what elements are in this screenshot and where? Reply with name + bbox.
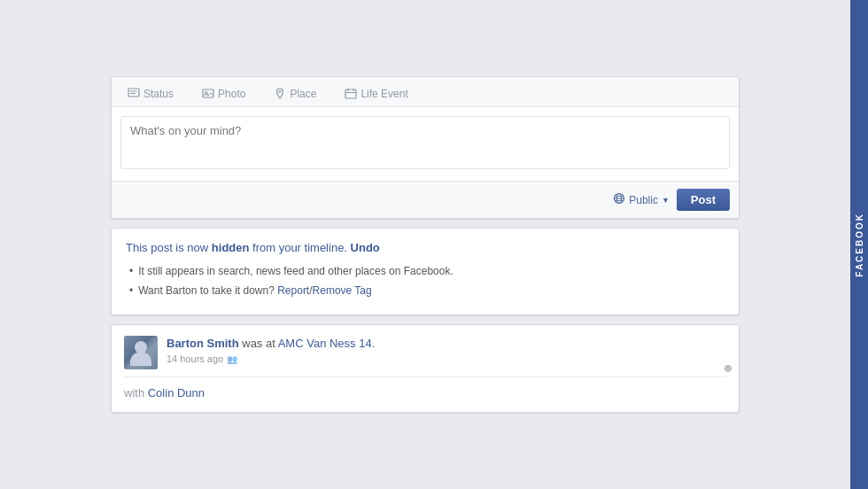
svg-rect-6 (345, 89, 356, 98)
post-meta: Barton Smith was at AMC Van Ness 14. 14 … (167, 336, 726, 364)
post-options-dot[interactable] (725, 365, 732, 372)
visibility-selector[interactable]: Public ▼ (613, 192, 670, 207)
composer-footer: Public ▼ Post (112, 181, 739, 218)
post-card: Barton Smith was at AMC Van Ness 14. 14 … (111, 324, 740, 413)
composer-tabs: Status Photo (112, 77, 739, 107)
tab-status[interactable]: Status (120, 82, 181, 107)
photo-icon (202, 88, 214, 100)
chevron-down-icon: ▼ (662, 196, 670, 205)
hidden-middle-text: from your timeline. (249, 241, 350, 254)
facebook-brand: FACEBOOK (855, 213, 864, 277)
post-location[interactable]: AMC Van Ness 14 (278, 337, 372, 350)
facebook-sidebar: FACEBOOK (850, 0, 868, 489)
post-time: 14 hours ago (167, 353, 223, 364)
composer-body (112, 107, 739, 181)
tab-photo[interactable]: Photo (195, 82, 252, 107)
composer-input[interactable] (120, 116, 730, 169)
life-event-icon (345, 88, 357, 100)
place-icon (274, 88, 286, 100)
hidden-bullet-2-prefix: Want Barton to take it down? (138, 284, 277, 297)
pencil-icon (128, 88, 140, 100)
hidden-bold-text: hidden (212, 241, 250, 254)
tab-photo-label: Photo (218, 88, 245, 100)
post-button[interactable]: Post (677, 189, 730, 211)
post-author-line: Barton Smith was at AMC Van Ness 14. (167, 336, 726, 352)
post-with: with Colin Dunn (124, 384, 726, 401)
post-verb: was at (239, 337, 278, 350)
hidden-notification-card: This post is now hidden from your timeli… (111, 228, 740, 315)
friends-icon (227, 354, 237, 364)
svg-rect-0 (128, 89, 139, 97)
undo-link[interactable]: Undo (351, 241, 380, 254)
post-divider (124, 376, 726, 377)
tab-life-event[interactable]: Life Event (337, 82, 415, 107)
post-with-prefix: with (124, 386, 148, 400)
post-time-line: 14 hours ago (167, 353, 726, 364)
globe-icon (613, 192, 625, 207)
tab-status-label: Status (143, 88, 174, 100)
avatar (124, 336, 158, 369)
post-author-name[interactable]: Barton Smith (167, 337, 239, 350)
remove-tag-link[interactable]: Remove Tag (313, 284, 372, 297)
hidden-bullet-2: Want Barton to take it down? Report/Remo… (129, 283, 725, 299)
post-with-person[interactable]: Colin Dunn (148, 386, 205, 400)
hidden-bullets-list: It still appears in search, news feed an… (126, 263, 725, 299)
avatar-image (124, 336, 158, 369)
hidden-notification-title: This post is now hidden from your timeli… (126, 241, 725, 254)
post-header: Barton Smith was at AMC Van Ness 14. 14 … (124, 336, 726, 369)
post-location-suffix: . (372, 337, 376, 350)
visibility-label: Public (629, 194, 658, 206)
report-link[interactable]: Report (277, 284, 309, 297)
tab-life-event-label: Life Event (360, 88, 407, 100)
composer-card: Status Photo (111, 76, 740, 219)
svg-point-5 (279, 90, 281, 92)
main-content: Status Photo (111, 76, 740, 413)
hidden-prefix-text: This post is now (126, 241, 212, 254)
tab-place[interactable]: Place (267, 82, 323, 107)
tab-place-label: Place (290, 88, 316, 100)
hidden-bullet-1: It still appears in search, news feed an… (129, 263, 725, 279)
